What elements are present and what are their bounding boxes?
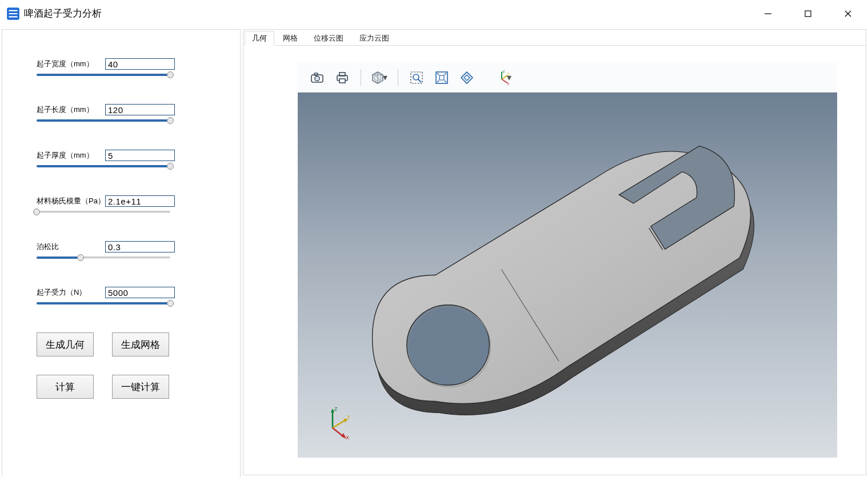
3d-viewport[interactable]: Z Y X [298,93,837,458]
tab-displacement[interactable]: 位移云图 [306,31,351,46]
view-panel: 几何 网格 位移云图 应力云图 ▾ [243,29,866,475]
window-controls [748,0,868,27]
width-slider[interactable] [37,71,170,79]
svg-text:Z: Z [334,406,338,412]
fit-view-icon[interactable] [430,66,453,89]
svg-line-33 [333,420,346,428]
camera-icon[interactable] [306,66,329,89]
param-thickness: 起子厚度（mm） [37,150,206,170]
viewer-toolbar: ▾ [298,63,837,93]
svg-text:Z: Z [503,70,505,73]
reset-view-icon[interactable] [455,66,478,89]
window-title: 啤酒起子受力分析 [24,7,102,20]
length-input[interactable] [105,104,175,115]
param-label: 起子受力（N） [37,287,105,298]
maximize-button[interactable] [788,0,828,27]
calculate-button[interactable]: 计算 [37,375,94,399]
parameter-panel: 起子宽度（mm） 起子长度（mm） 起子厚度（mm） [2,29,241,477]
param-label: 起子厚度（mm） [37,150,105,161]
titlebar: 啤酒起子受力分析 [0,0,868,27]
generate-mesh-button[interactable]: 生成网格 [112,332,169,356]
chevron-down-icon: ▾ [383,72,389,83]
param-poisson: 泊松比 [37,241,206,262]
param-label: 起子宽度（mm） [37,59,105,69]
svg-rect-2 [805,11,811,17]
view-tabs: 几何 网格 位移云图 应力云图 [243,30,866,46]
axes-selector-icon[interactable]: Z Y X ▾ [492,66,515,89]
param-label: 材料杨氏模量（Pa） [37,196,105,206]
viewer-frame: ▾ [298,63,837,458]
close-button[interactable] [828,0,868,27]
tab-stress[interactable]: 应力云图 [352,31,397,46]
svg-rect-21 [439,75,444,80]
view-triad-icon: Z Y X [318,406,353,440]
poisson-slider[interactable] [37,254,170,262]
param-label: 起子长度（mm） [37,105,105,115]
bottle-opener-model [298,93,837,458]
tab-mesh[interactable]: 网格 [275,31,305,46]
svg-point-8 [316,77,318,79]
svg-line-19 [418,79,422,82]
thickness-slider[interactable] [37,162,170,170]
youngs-input[interactable] [105,195,175,207]
svg-rect-11 [339,79,345,83]
minimize-button[interactable] [748,0,788,27]
force-slider[interactable] [37,299,170,307]
param-youngs-modulus: 材料杨氏模量（Pa） [37,195,206,216]
render-mode-icon[interactable]: ▾ [368,66,391,89]
youngs-slider[interactable] [37,208,170,216]
poisson-input[interactable] [105,241,175,252]
param-width: 起子宽度（mm） [37,58,206,79]
zoom-box-icon[interactable] [405,66,428,89]
param-length: 起子长度（mm） [37,104,206,125]
print-icon[interactable] [331,66,354,89]
force-input[interactable] [105,287,175,298]
svg-text:X: X [346,435,349,440]
length-slider[interactable] [37,117,170,125]
chevron-down-icon: ▾ [507,72,513,83]
param-label: 泊松比 [37,242,105,252]
param-force: 起子受力（N） [37,287,206,307]
svg-text:Y: Y [347,414,350,420]
thickness-input[interactable] [105,150,175,161]
generate-geometry-button[interactable]: 生成几何 [37,332,94,356]
tab-geometry[interactable]: 几何 [245,31,274,46]
app-icon [6,6,21,21]
one-click-calc-button[interactable]: 一键计算 [112,375,169,399]
width-input[interactable] [105,58,175,70]
svg-rect-7 [314,73,318,75]
